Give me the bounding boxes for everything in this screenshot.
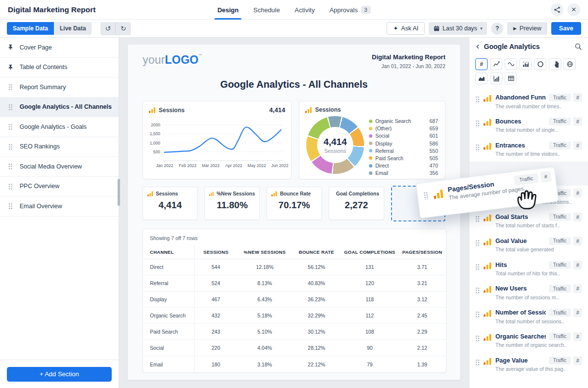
search-icon[interactable] (575, 43, 582, 50)
widget-item-entrances[interactable]: Entrances Traffic# The number of time vi… (469, 138, 588, 162)
back-chevron-icon[interactable]: ‹ (476, 42, 480, 51)
add-section-button[interactable]: + Add Section (7, 367, 112, 382)
panel-title: Google Analytics (484, 43, 540, 50)
live-data-button[interactable]: Live Data (54, 22, 92, 35)
kpi-sessions[interactable]: Sessions 4,414 (143, 187, 197, 220)
filter-line-chart[interactable] (490, 58, 502, 70)
filter-bar-chart[interactable] (490, 73, 502, 84)
svg-text:2000: 2000 (151, 122, 161, 127)
table-row: Social2204.04%28.12%902.12 (143, 340, 446, 356)
ga-bars-icon (484, 238, 491, 245)
legend-item: (Other)659 (369, 125, 438, 131)
ga-bars-icon (484, 358, 491, 365)
sample-data-button[interactable]: Sample Data (7, 22, 54, 35)
sparkle-icon: ✦ (393, 25, 398, 32)
drag-handle-icon (475, 120, 480, 127)
widget-item-page-value[interactable]: Page Value Traffic# The average value of… (469, 353, 588, 377)
filter-table[interactable] (505, 73, 517, 84)
kpi-bounce-rate[interactable]: Bounce Rate 70.17% (267, 187, 321, 220)
filter-curve[interactable] (505, 58, 517, 70)
sidebar-footer: + Add Section (0, 360, 119, 388)
drag-handle-icon (7, 123, 14, 130)
sidebar-item-email-overview[interactable]: Email Overview (0, 196, 119, 217)
save-button[interactable]: Save (551, 22, 581, 35)
report-canvas-page: yourLOGO™ Digital Marketing Report Jan 0… (127, 44, 461, 380)
filter-number[interactable]: # (475, 58, 488, 70)
kpi-value: 11.80% (209, 200, 255, 211)
close-button[interactable]: ✕ (567, 3, 580, 16)
sidebar-item-social-media-overview[interactable]: Social Media Overview (0, 157, 119, 177)
report-title: Digital Marketing Report (8, 5, 96, 14)
tab-schedule[interactable]: Schedule (253, 0, 280, 20)
sidebar-item-ga-all-channels[interactable]: Google Analytics - All Channels (0, 97, 119, 118)
redo-button[interactable]: ↻ (116, 22, 131, 35)
widget-item-goal-value[interactable]: Goal Value Traffic# The total value gene… (469, 234, 588, 258)
kpi-value: 2,272 (334, 200, 379, 211)
legend-item: Organic Search687 (369, 118, 438, 124)
calendar-icon (434, 25, 440, 31)
traffic-tag: Traffic (549, 118, 571, 125)
chevron-down-icon: ▾ (480, 26, 483, 31)
table-header-row: CHANNEL SESSIONS %NEW SESSIONS BOUNCE RA… (143, 245, 446, 259)
drag-handle-icon (7, 163, 14, 170)
kpi-new-sessions[interactable]: %New Sessions 11.80% (204, 187, 260, 220)
donut-center-value: 4,414 (323, 137, 347, 147)
ga-bars-icon (484, 214, 491, 221)
sidebar-scrollbar[interactable] (118, 179, 120, 206)
sidebar-item-ga-goals[interactable]: Google Analytics - Goals (0, 117, 119, 137)
kpi-value: 70.17% (271, 200, 317, 211)
kpi-goal-completions[interactable]: Goal Completions 2,272 (329, 187, 384, 220)
undo-button[interactable]: ↺ (100, 22, 116, 35)
ga-bars-icon (305, 107, 312, 113)
grab-cursor-icon (513, 182, 543, 215)
sidebar-item-report-summary[interactable]: Report Summary (0, 77, 119, 97)
svg-text:Jan 2022: Jan 2022 (156, 163, 173, 168)
sidebar-item-seo-rankings[interactable]: SEO Rankings (0, 137, 119, 157)
widget-item-organic-searches[interactable]: Organic Searches Traffic# The number of … (469, 329, 588, 353)
channels-table-widget[interactable]: Showing 7 off 7 rows CHANNEL SESSIONS %N… (143, 229, 446, 373)
drag-handle-icon (475, 335, 480, 342)
widget-item-number-of-sessions[interactable]: Number of Sessions p.. Traffic# The tota… (469, 305, 588, 329)
filter-histogram[interactable] (519, 58, 532, 70)
traffic-tag: Traffic (549, 285, 571, 292)
drag-handle-icon (7, 84, 14, 90)
filter-area[interactable] (475, 73, 488, 84)
your-logo: yourLOGO™ (143, 53, 202, 67)
tab-activity[interactable]: Activity (294, 0, 315, 20)
number-widget-icon: # (573, 93, 582, 102)
widget-item-new-users[interactable]: New Users Traffic# The number of session… (469, 281, 588, 305)
filter-pie[interactable] (549, 58, 561, 70)
chart-total: 4,414 (269, 106, 285, 114)
filter-ring[interactable] (534, 58, 546, 70)
ga-bars-icon (484, 310, 491, 317)
sidebar-item-ppc-overview[interactable]: PPC Overview (0, 177, 119, 197)
widget-item-hits[interactable]: Hits Traffic# Total number of hits for t… (469, 258, 588, 282)
pin-icon (7, 44, 14, 50)
date-range-dropdown[interactable]: Last 30 days ▾ (429, 22, 487, 35)
pin-icon (7, 64, 14, 71)
tab-design[interactable]: Design (218, 0, 239, 20)
drag-handle-icon (475, 216, 480, 223)
share-button[interactable] (551, 3, 564, 16)
traffic-tag: Traffic (549, 94, 571, 101)
drag-handle-icon (475, 311, 480, 318)
filter-globe[interactable] (564, 58, 576, 70)
legend-item: Paid Search505 (369, 155, 438, 161)
sidebar-item-table-of-contents[interactable]: Table of Contents (0, 58, 119, 78)
help-button[interactable]: ? (491, 23, 503, 35)
sessions-donut-widget[interactable]: Sessions 4,414 Sessions Organic Search68… (299, 101, 445, 179)
drag-handle-icon (7, 104, 14, 110)
ask-ai-button[interactable]: ✦ Ask AI (387, 22, 425, 35)
tab-approvals[interactable]: Approvals3 (329, 0, 370, 20)
preview-button[interactable]: ▶ Preview (507, 22, 547, 35)
widget-item-abandoned-funnels[interactable]: Abandoned Funnels Traffic# The overall n… (469, 90, 588, 114)
number-widget-icon: # (573, 356, 582, 365)
table-row: Paid Search2435.10%30.12%1082.29 (143, 324, 446, 340)
number-widget-icon: # (573, 189, 582, 197)
ga-bars-icon (149, 107, 156, 113)
widget-item-bounces[interactable]: Bounces Traffic# The total number of sin… (469, 114, 588, 138)
svg-text:Jun 2022: Jun 2022 (271, 163, 289, 168)
sidebar-item-cover-page[interactable]: Cover Page (0, 38, 119, 58)
sessions-line-chart-widget[interactable]: Sessions 4,414 2000 1,500 1,000 500 (143, 101, 292, 179)
number-widget-icon: # (573, 237, 582, 245)
